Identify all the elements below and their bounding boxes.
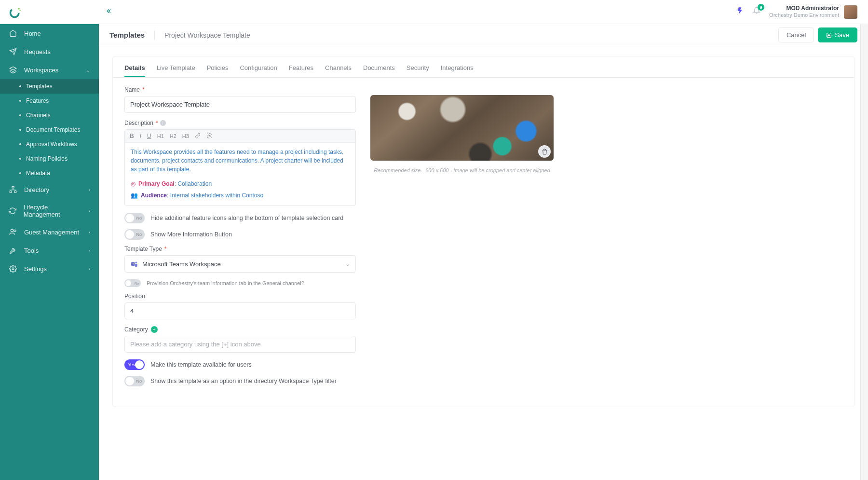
toggle-directory[interactable]: No — [124, 376, 145, 386]
svg-point-7 — [11, 229, 13, 232]
sidebar: Home Requests Workspaces ⌄ Templates Fea… — [0, 24, 99, 480]
sidebar-item-requests[interactable]: Requests — [0, 42, 99, 61]
sidebar-label: Requests — [24, 48, 51, 55]
breadcrumb-leaf: Project Workspace Template — [164, 31, 250, 39]
tab-details[interactable]: Details — [124, 64, 145, 77]
sidebar-sub-metadata[interactable]: Metadata — [0, 166, 99, 180]
tab-integrations[interactable]: Integrations — [441, 64, 474, 77]
cancel-button[interactable]: Cancel — [778, 27, 814, 42]
toggle-hide-features-label: Hide additional feature icons along the … — [150, 215, 343, 221]
sidebar-item-tools[interactable]: Tools › — [0, 241, 99, 260]
sidebar-label: Workspaces — [24, 67, 58, 74]
tab-documents[interactable]: Documents — [363, 64, 395, 77]
main-content: Templates Project Workspace Template Can… — [99, 24, 868, 480]
sitemap-icon — [9, 185, 17, 194]
primary-goal-label: Primary Goal — [138, 180, 175, 187]
audience-label: Audience — [141, 192, 167, 199]
layers-icon — [9, 66, 17, 74]
sidebar-item-settings[interactable]: Settings › — [0, 260, 99, 278]
info-icon[interactable]: i — [160, 120, 166, 126]
sidebar-sub-templates[interactable]: Templates — [0, 79, 99, 94]
add-category-button[interactable]: + — [151, 326, 158, 333]
trash-icon — [542, 149, 548, 155]
toggle-hide-features[interactable]: No — [124, 213, 145, 223]
save-icon — [826, 32, 832, 38]
description-label: Description — [124, 120, 153, 126]
save-button-label: Save — [835, 31, 849, 39]
tab-security[interactable]: Security — [407, 64, 429, 77]
sidebar-sub-label: Document Templates — [26, 126, 81, 133]
home-icon — [9, 29, 17, 38]
sidebar-sub-naming-policies[interactable]: Naming Policies — [0, 151, 99, 166]
toggle-show-more-label: Show More Information Button — [150, 231, 232, 238]
sidebar-sub-label: Approval Workflows — [26, 141, 77, 148]
rte-italic-button[interactable]: I — [140, 133, 141, 139]
sidebar-collapse-button[interactable] — [99, 8, 118, 16]
svg-marker-3 — [10, 67, 16, 70]
primary-goal-value: Collaboration — [177, 180, 212, 187]
tab-live-template[interactable]: Live Template — [157, 64, 195, 77]
notification-badge: 9 — [758, 4, 764, 11]
sidebar-sub-label: Channels — [26, 112, 51, 119]
sidebar-label: Tools — [24, 247, 39, 254]
logo-icon — [9, 5, 22, 19]
topbar-right: 9 MOD Administrator Orchestry Demo Envir… — [736, 5, 868, 19]
sidebar-item-guest[interactable]: Guest Management › — [0, 223, 99, 241]
toggle-available-label: Make this template available for users — [150, 361, 252, 368]
tab-channels[interactable]: Channels — [325, 64, 352, 77]
svg-point-0 — [11, 9, 19, 17]
send-icon — [9, 47, 17, 56]
category-input[interactable] — [124, 336, 356, 353]
sidebar-item-home[interactable]: Home — [0, 24, 99, 42]
users-icon — [9, 228, 17, 236]
toggle-show-more[interactable]: No — [124, 229, 145, 240]
sidebar-item-workspaces[interactable]: Workspaces ⌄ — [0, 61, 99, 79]
rte-h2-button[interactable]: H2 — [170, 133, 176, 139]
tools-icon — [9, 246, 17, 255]
gear-icon — [9, 264, 17, 273]
rte-h1-button[interactable]: H1 — [157, 133, 164, 139]
sidebar-label: Lifecycle Management — [24, 204, 82, 218]
notifications-button[interactable]: 9 — [753, 7, 760, 17]
rte-toolbar: B I U H1 H2 H3 — [125, 130, 355, 143]
refresh-icon — [9, 206, 17, 215]
sidebar-sub-channels[interactable]: Channels — [0, 108, 99, 123]
environment-label: Orchestry Demo Environment — [769, 12, 839, 18]
breadcrumb-separator — [154, 30, 155, 40]
rte-h3-button[interactable]: H3 — [182, 133, 189, 139]
logo — [0, 0, 99, 24]
rte-bold-button[interactable]: B — [130, 133, 134, 139]
rte-link-button[interactable] — [195, 133, 201, 139]
position-label: Position — [124, 293, 145, 300]
sidebar-sub-label: Templates — [26, 83, 53, 90]
name-input[interactable] — [124, 96, 356, 113]
sidebar-sub-approval-workflows[interactable]: Approval Workflows — [0, 137, 99, 151]
tab-features[interactable]: Features — [289, 64, 313, 77]
sidebar-sub-features[interactable]: Features — [0, 94, 99, 108]
sidebar-item-lifecycle[interactable]: Lifecycle Management › — [0, 199, 99, 223]
save-button[interactable]: Save — [818, 27, 857, 42]
breadcrumb-root[interactable]: Templates — [109, 31, 145, 39]
people-icon: 👥 — [131, 191, 138, 200]
user-menu[interactable]: MOD Administrator Orchestry Demo Environ… — [769, 5, 857, 19]
delete-image-button[interactable] — [538, 145, 551, 158]
chevron-right-icon: › — [88, 187, 90, 192]
rte-underline-button[interactable]: U — [147, 133, 151, 139]
position-input[interactable] — [124, 302, 356, 319]
chevron-right-icon: › — [88, 266, 90, 272]
svg-point-2 — [19, 10, 20, 11]
sidebar-sub-document-templates[interactable]: Document Templates — [0, 123, 99, 137]
toggle-provision[interactable]: No — [124, 279, 141, 287]
bolt-icon[interactable] — [736, 7, 744, 17]
toggle-available[interactable]: Yes — [124, 359, 145, 370]
image-hint: Recommended size - 600 x 600 - Image wil… — [370, 167, 554, 173]
scrollbar[interactable] — [860, 0, 868, 480]
template-type-select[interactable]: T Microsoft Teams Workspace ⌄ — [124, 255, 356, 273]
rte-unlink-button[interactable] — [206, 133, 212, 139]
sidebar-item-directory[interactable]: Directory › — [0, 180, 99, 199]
description-editor[interactable]: B I U H1 H2 H3 This Workspace provides a — [124, 129, 356, 206]
tab-policies[interactable]: Policies — [207, 64, 229, 77]
sidebar-label: Home — [24, 30, 41, 37]
svg-rect-5 — [10, 191, 12, 192]
tab-configuration[interactable]: Configuration — [240, 64, 277, 77]
